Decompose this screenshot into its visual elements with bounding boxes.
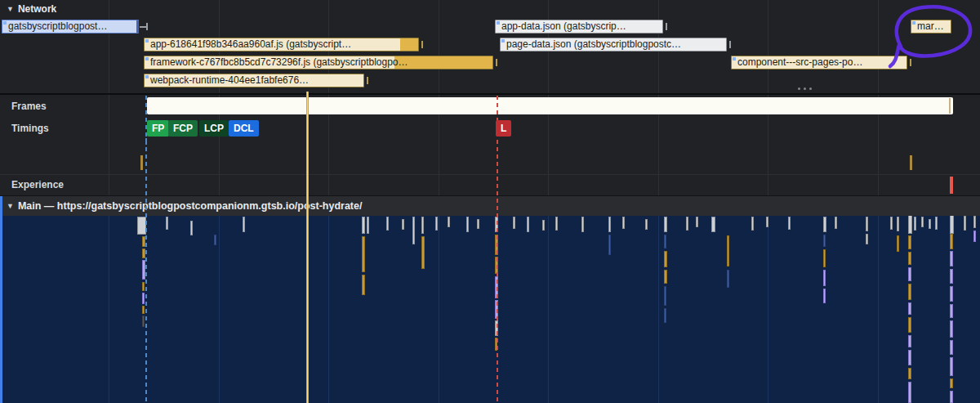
flame-task[interactable] <box>664 270 667 284</box>
flame-task[interactable] <box>908 317 911 333</box>
network-request-bar[interactable]: webpack-runtime-404ee1fabfe676… <box>144 74 364 87</box>
collapse-triangle-icon[interactable]: ▼ <box>7 196 14 216</box>
flame-task[interactable] <box>190 221 193 235</box>
flame-task[interactable] <box>412 217 415 244</box>
timing-badge-dcl[interactable]: DCL <box>229 120 259 137</box>
flame-task[interactable] <box>908 252 911 265</box>
flame-task[interactable] <box>402 219 404 230</box>
flame-task[interactable] <box>823 289 826 303</box>
load-event-badge[interactable]: L <box>496 120 511 137</box>
flame-task[interactable] <box>890 217 893 230</box>
flame-task[interactable] <box>908 368 911 379</box>
flame-task[interactable] <box>362 275 365 295</box>
flame-task[interactable] <box>908 350 911 365</box>
flame-task[interactable] <box>664 235 666 249</box>
flame-task[interactable] <box>477 219 479 229</box>
playhead-line[interactable] <box>306 92 309 403</box>
network-request-bar[interactable]: gatsbyscriptblogpost… <box>2 20 139 34</box>
flame-task[interactable] <box>645 219 648 230</box>
flame-task[interactable] <box>950 215 954 234</box>
flame-task[interactable] <box>950 304 953 318</box>
flame-task[interactable] <box>142 293 145 304</box>
flame-task[interactable] <box>823 235 826 247</box>
flame-task[interactable] <box>908 215 912 234</box>
flame-task[interactable] <box>950 378 953 388</box>
flame-task[interactable] <box>622 217 625 229</box>
flame-task[interactable] <box>950 391 953 403</box>
timing-badge-lcp[interactable]: LCP <box>199 120 229 137</box>
flame-task[interactable] <box>788 217 791 230</box>
flame-task[interactable] <box>581 217 584 232</box>
flame-task[interactable] <box>664 286 666 306</box>
flame-task[interactable] <box>766 217 768 227</box>
flame-task[interactable] <box>950 286 953 302</box>
flame-task[interactable] <box>950 320 953 338</box>
flame-task[interactable] <box>608 217 611 232</box>
flame-task[interactable] <box>664 308 666 323</box>
flame-task[interactable] <box>608 235 611 255</box>
flame-task[interactable] <box>950 357 953 376</box>
flame-task[interactable] <box>367 217 369 234</box>
flame-task[interactable] <box>751 217 754 231</box>
network-request-bar[interactable]: component---src-pages-po… <box>731 56 907 69</box>
flame-task[interactable] <box>835 217 837 229</box>
flame-task[interactable] <box>664 217 667 232</box>
flame-task[interactable] <box>973 216 976 228</box>
flame-task[interactable] <box>435 217 438 231</box>
flame-task[interactable] <box>908 335 911 347</box>
flame-task[interactable] <box>897 235 899 252</box>
flame-task[interactable] <box>542 220 545 231</box>
flame-task[interactable] <box>727 235 729 266</box>
flame-task[interactable] <box>448 217 450 227</box>
flame-task[interactable] <box>386 217 389 231</box>
flame-task[interactable] <box>908 235 911 249</box>
flame-task[interactable] <box>964 216 966 231</box>
flame-task[interactable] <box>950 251 953 266</box>
main-thread-track-header[interactable]: ▼Main — https://gatsbyscriptblogpostcomp… <box>0 196 980 216</box>
flame-task[interactable] <box>897 217 899 231</box>
flame-task[interactable] <box>466 217 469 232</box>
flame-task[interactable] <box>950 269 953 284</box>
network-section-header[interactable]: ▼Network <box>7 3 980 15</box>
network-request-bar[interactable]: app-data.json (gatsbyscrip… <box>495 20 663 34</box>
flame-task[interactable] <box>908 302 911 315</box>
flame-task[interactable] <box>555 217 558 231</box>
flame-task[interactable] <box>421 217 424 234</box>
network-request-bar[interactable]: mar… <box>911 20 951 34</box>
network-request-bar[interactable]: framework-c767fbc8b5cd7c73296f.js (gatsb… <box>144 56 493 69</box>
timing-badge-fcp[interactable]: FCP <box>168 120 198 137</box>
flame-task[interactable] <box>243 217 245 232</box>
flame-task[interactable] <box>142 316 145 327</box>
flame-task[interactable] <box>727 270 729 288</box>
flame-task[interactable] <box>935 217 938 230</box>
flame-task[interactable] <box>686 217 688 231</box>
flame-task[interactable] <box>908 284 911 300</box>
flame-task[interactable] <box>166 217 168 230</box>
timing-badge-fp[interactable]: FP <box>147 120 169 137</box>
flame-task[interactable] <box>142 306 145 314</box>
flame-task[interactable] <box>908 267 911 281</box>
flame-task[interactable] <box>527 217 529 232</box>
frame-strip[interactable] <box>147 97 953 114</box>
flame-task[interactable] <box>823 249 826 267</box>
flame-task[interactable] <box>866 234 868 244</box>
overflow-ellipsis-icon[interactable] <box>798 87 812 90</box>
flame-task[interactable] <box>362 217 365 234</box>
flame-task[interactable] <box>921 217 924 227</box>
flame-task[interactable] <box>823 270 826 286</box>
flame-task[interactable] <box>950 340 953 355</box>
flame-task[interactable] <box>513 217 515 229</box>
flame-task[interactable] <box>973 231 976 242</box>
flame-task[interactable] <box>214 235 216 245</box>
flame-task[interactable] <box>908 382 911 403</box>
flame-task[interactable] <box>711 217 715 232</box>
flame-task[interactable] <box>421 236 425 269</box>
flame-task[interactable] <box>362 236 365 272</box>
network-request-bar[interactable]: app-618641f98b346aa960af.js (gatsbyscrip… <box>144 38 419 51</box>
flame-task[interactable] <box>950 234 953 249</box>
flame-task[interactable] <box>142 282 145 291</box>
collapse-triangle-icon[interactable]: ▼ <box>7 5 14 13</box>
flame-task[interactable] <box>914 217 916 231</box>
flame-task[interactable] <box>929 219 931 229</box>
flame-task[interactable] <box>866 217 868 231</box>
